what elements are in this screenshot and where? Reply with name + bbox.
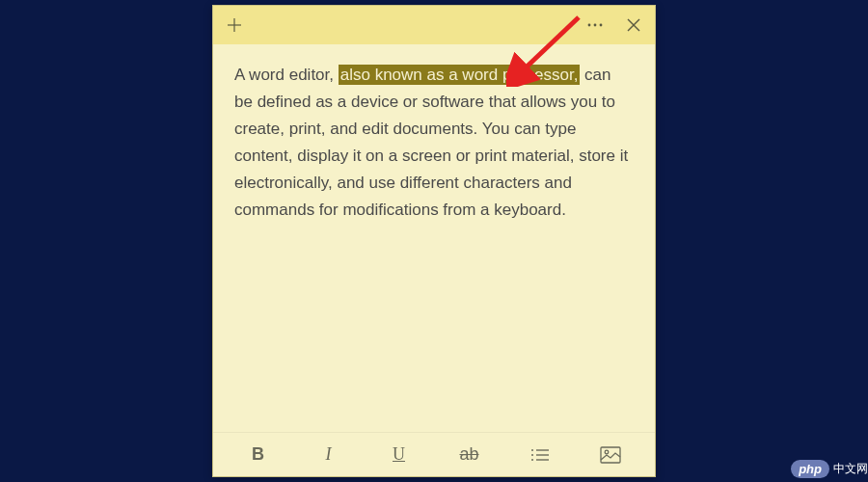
bullet-list-button[interactable]	[522, 437, 558, 473]
note-text-highlight: also known as a word processor,	[339, 65, 581, 85]
menu-button[interactable]	[582, 12, 609, 39]
svg-point-11	[531, 459, 533, 461]
close-button[interactable]	[620, 12, 647, 39]
watermark-badge: php	[791, 460, 829, 478]
svg-point-9	[531, 454, 533, 456]
format-toolbar: B I U ab	[213, 432, 655, 476]
note-text-before: A word editor,	[234, 66, 339, 84]
watermark: php 中文网	[791, 460, 868, 478]
note-content[interactable]: A word editor, also known as a word proc…	[213, 44, 655, 432]
list-icon	[530, 447, 550, 463]
svg-point-4	[600, 24, 603, 27]
watermark-text: 中文网	[833, 461, 868, 477]
bold-button[interactable]: B	[240, 437, 277, 473]
new-note-button[interactable]	[221, 12, 248, 39]
italic-button[interactable]: I	[311, 437, 347, 473]
underline-button[interactable]: U	[381, 437, 418, 473]
svg-point-3	[594, 24, 597, 27]
svg-point-7	[531, 449, 533, 451]
titlebar-right	[582, 12, 647, 39]
close-icon	[626, 17, 641, 33]
strikethrough-button[interactable]: ab	[451, 437, 488, 473]
insert-image-button[interactable]	[592, 437, 629, 473]
image-icon	[600, 446, 621, 464]
svg-point-2	[588, 24, 591, 27]
titlebar-left	[221, 12, 248, 39]
titlebar	[213, 6, 655, 44]
note-text-after: can be defined as a device or software t…	[234, 66, 628, 219]
sticky-note-window: A word editor, also known as a word proc…	[212, 5, 656, 477]
svg-point-14	[605, 450, 609, 454]
ellipsis-icon	[585, 15, 605, 35]
plus-icon	[226, 16, 243, 34]
